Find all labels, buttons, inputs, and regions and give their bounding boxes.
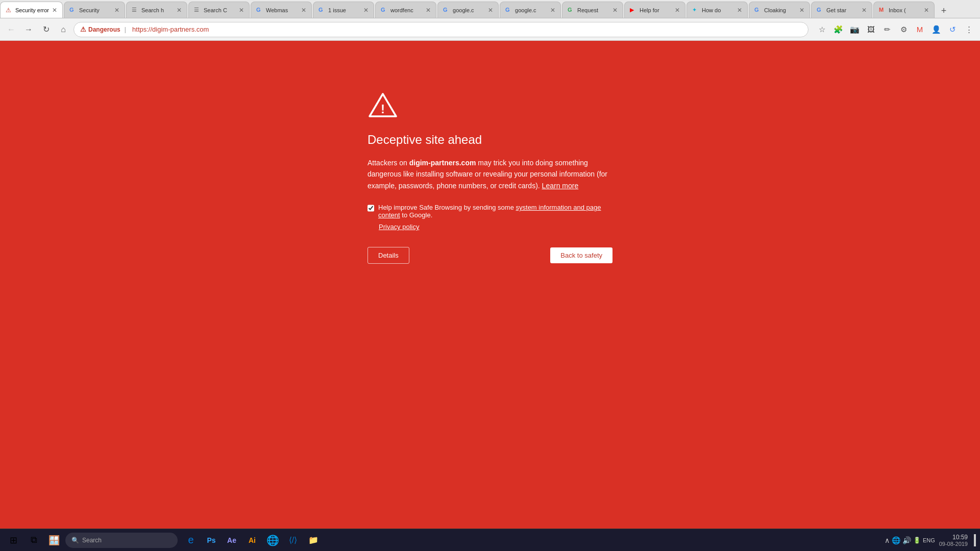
new-tab-button[interactable]: +: [937, 4, 951, 18]
tab-inbox[interactable]: M Inbox ( ✕: [873, 2, 935, 18]
tab-close-webmaster[interactable]: ✕: [298, 7, 306, 14]
tab-google2[interactable]: G google.c ✕: [500, 2, 561, 18]
taskbar-apps: e Ps Ae Ai 🌐 ⟨/⟩ 📁: [182, 531, 323, 549]
tab-favicon-request: G: [568, 7, 575, 14]
folder-taskbar-icon[interactable]: 📁: [304, 531, 323, 549]
windows-button[interactable]: 🪟: [45, 531, 63, 549]
tab-security-error[interactable]: ⚠ Security error ✕: [0, 2, 63, 18]
safe-browsing-checkbox-row: Help improve Safe Browsing by sending so…: [368, 204, 612, 219]
page-content: ! Deceptive site ahead Attackers on digi…: [0, 41, 980, 529]
address-input[interactable]: ⚠ Dangerous | https://digim-partners.com: [74, 22, 808, 37]
tab-favicon-inbox: M: [879, 7, 886, 14]
browser-window: ⚠ Security error ✕ G Security ✕ ☰ Search…: [0, 0, 980, 551]
details-button[interactable]: Details: [368, 247, 409, 264]
screenshot-icon[interactable]: 🖼: [864, 22, 878, 37]
tab-close-wordfence[interactable]: ✕: [423, 7, 431, 14]
tab-close-google1[interactable]: ✕: [485, 7, 493, 14]
tab-favicon-search-h: ☰: [132, 7, 139, 14]
tab-cloaking[interactable]: G Cloaking ✕: [749, 2, 810, 18]
battery-icon[interactable]: 🔋: [913, 537, 921, 544]
tab-close-1issue[interactable]: ✕: [360, 7, 369, 14]
chrome-taskbar-icon[interactable]: 🌐: [263, 531, 282, 549]
back-to-safety-button[interactable]: Back to safety: [550, 247, 612, 263]
tab-close-request[interactable]: ✕: [609, 7, 618, 14]
privacy-link-row: Privacy policy: [379, 223, 612, 231]
tab-close-search-h[interactable]: ✕: [174, 7, 182, 14]
reload-button[interactable]: ↻: [39, 22, 53, 37]
volume-icon[interactable]: 🔊: [902, 536, 911, 544]
tab-search-h[interactable]: ☰ Search h ✕: [126, 2, 187, 18]
button-row: Details Back to safety: [368, 247, 612, 264]
tabs-bar: ⚠ Security error ✕ G Security ✕ ☰ Search…: [0, 0, 980, 18]
tab-help-yt[interactable]: ▶ Help for ✕: [624, 2, 685, 18]
tab-request[interactable]: G Request ✕: [562, 2, 623, 18]
edit-icon[interactable]: ✏: [880, 22, 894, 37]
aftereffects-taskbar-icon[interactable]: Ae: [223, 531, 241, 549]
chevron-up-icon[interactable]: ∧: [885, 536, 890, 544]
tab-favicon-google1: G: [443, 7, 450, 14]
extensions-icon[interactable]: 🧩: [831, 22, 845, 37]
edge-taskbar-icon[interactable]: e: [182, 531, 200, 549]
tab-favicon-how-do: ✦: [692, 7, 699, 14]
warning-triangle-icon: !: [368, 92, 398, 118]
start-button[interactable]: ⊞: [4, 531, 22, 549]
tab-webmaster[interactable]: G Webmas ✕: [251, 2, 312, 18]
tab-close-cloaking[interactable]: ✕: [796, 7, 804, 14]
bookmark-icon[interactable]: ☆: [815, 22, 829, 37]
taskbar-right: ∧ 🌐 🔊 🔋 ENG 10:59 09-08-2019: [885, 534, 976, 547]
tab-get-start[interactable]: G Get star ✕: [811, 2, 872, 18]
danger-badge: ⚠ Dangerous |: [80, 26, 128, 33]
warning-title: Deceptive site ahead: [368, 133, 612, 147]
sync-icon[interactable]: ↺: [945, 22, 960, 37]
tab-favicon-webmaster: G: [256, 7, 263, 14]
back-button[interactable]: ←: [4, 22, 18, 37]
tab-how-do[interactable]: ✦ How do ✕: [687, 2, 748, 18]
warning-card: ! Deceptive site ahead Attackers on digi…: [368, 92, 612, 264]
tab-search-c[interactable]: ☰ Search C ✕: [188, 2, 250, 18]
tab-security[interactable]: G Security ✕: [64, 2, 125, 18]
tab-close-inbox[interactable]: ✕: [921, 7, 929, 14]
tab-close-security[interactable]: ✕: [111, 7, 119, 14]
language-label: ENG: [923, 537, 935, 543]
tab-close-search-c[interactable]: ✕: [236, 7, 244, 14]
address-bar: ← → ↻ ⌂ ⚠ Dangerous | https://digim-part…: [0, 18, 980, 41]
illustrator-taskbar-icon[interactable]: Ai: [243, 531, 261, 549]
forward-button[interactable]: →: [21, 22, 36, 37]
toolbar-icons: ☆ 🧩 📷 🖼 ✏ ⚙ M 👤 ↺ ⋮: [815, 22, 976, 37]
settings-icon[interactable]: ⚙: [896, 22, 911, 37]
warning-description: Attackers on digim-partners.com may tric…: [368, 157, 612, 191]
tab-wordfence[interactable]: G wordfenc ✕: [375, 2, 436, 18]
tab-favicon-google2: G: [505, 7, 512, 14]
tab-close-security-error[interactable]: ✕: [49, 7, 57, 14]
task-view-button[interactable]: ⧉: [24, 531, 43, 549]
camera-icon[interactable]: 📷: [847, 22, 862, 37]
tab-favicon-cloaking: G: [754, 7, 762, 14]
tab-1issue[interactable]: G 1 issue ✕: [313, 2, 374, 18]
vscode-taskbar-icon[interactable]: ⟨/⟩: [284, 531, 302, 549]
taskbar-system-icons: ∧ 🌐 🔊 🔋 ENG: [885, 536, 935, 544]
tab-close-google2[interactable]: ✕: [547, 7, 555, 14]
tab-close-help-yt[interactable]: ✕: [672, 7, 680, 14]
network-icon[interactable]: 🌐: [892, 536, 900, 544]
tab-close-how-do[interactable]: ✕: [734, 7, 742, 14]
tab-favicon-get-start: G: [817, 7, 824, 14]
privacy-policy-link[interactable]: Privacy policy: [379, 223, 419, 231]
learn-more-link[interactable]: Learn more: [542, 182, 579, 190]
show-desktop-button[interactable]: [974, 534, 976, 546]
tab-google1[interactable]: G google.c ✕: [437, 2, 499, 18]
taskbar-search[interactable]: 🔍 Search: [65, 533, 178, 548]
tab-close-get-start[interactable]: ✕: [859, 7, 867, 14]
site-name: digim-partners.com: [409, 159, 476, 167]
tab-favicon-1issue: G: [318, 7, 326, 14]
more-icon[interactable]: ⋮: [962, 22, 976, 37]
gmail-icon[interactable]: M: [913, 22, 927, 37]
user-icon[interactable]: 👤: [929, 22, 943, 37]
warning-triangle-icon: ⚠: [80, 26, 86, 33]
warning-icon-wrap: !: [368, 92, 612, 120]
home-button[interactable]: ⌂: [56, 22, 70, 37]
svg-text:!: !: [381, 102, 385, 116]
photoshop-taskbar-icon[interactable]: Ps: [202, 531, 220, 549]
taskbar-datetime: 10:59 09-08-2019: [939, 534, 968, 547]
tab-favicon-security-error: ⚠: [6, 7, 13, 14]
safe-browsing-checkbox[interactable]: [368, 205, 374, 212]
